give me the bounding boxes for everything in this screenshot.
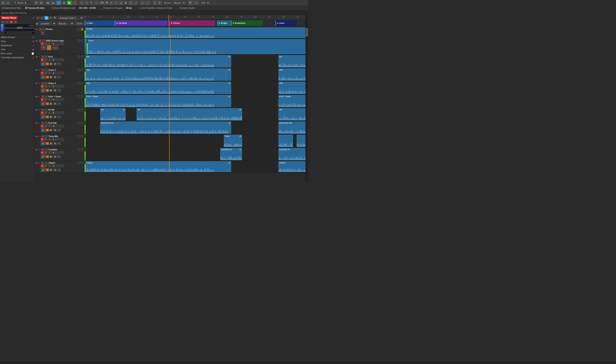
- track-8-s-btn[interactable]: S: [45, 135, 48, 138]
- track-6-type-icon[interactable]: 🔊: [41, 114, 45, 119]
- track-9-rec-btn[interactable]: [77, 148, 80, 151]
- chain-icon-1[interactable]: ⊞: [36, 16, 40, 20]
- tool-pan[interactable]: ↔: [114, 1, 118, 5]
- track-3-rec-btn[interactable]: [77, 68, 80, 71]
- section-block-2-1st-Verse[interactable]: 2: 1st Verse: [115, 20, 168, 26]
- track-7-ctrl-btn-1[interactable]: W: [44, 125, 48, 128]
- track-6-expand[interactable]: ▶: [36, 109, 38, 111]
- track-8-ctrl-btn-0[interactable]: R: [41, 138, 44, 141]
- track-4-rec-btn[interactable]: [77, 82, 80, 85]
- track-9-clips[interactable]: Cymbals-01🔒Cymbals-01: [86, 148, 306, 161]
- transport-stop-btn[interactable]: ■: [62, 1, 66, 5]
- track-5-expand[interactable]: ▶: [36, 95, 38, 98]
- track-5-color-box[interactable]: [46, 102, 49, 105]
- track-2-rec-btn[interactable]: [77, 55, 80, 58]
- track-6-ctrl-btn-5[interactable]: ←: [60, 111, 64, 114]
- track-7-ctrl-btn-2[interactable]: E: [48, 125, 51, 128]
- track-9-ctrl-btn-1[interactable]: W: [44, 151, 48, 154]
- track-5-m-btn[interactable]: M: [41, 95, 44, 98]
- clip-8-0[interactable]: Toms🔒: [224, 135, 242, 147]
- clip-7-1[interactable]: Electronic HH: [279, 121, 306, 134]
- track-8-ctrl-btn-5[interactable]: ←: [60, 138, 64, 141]
- tool-zoom-out[interactable]: -🔍: [104, 1, 108, 5]
- chain-search[interactable]: 🔍: [53, 16, 57, 20]
- tool-zoom-in[interactable]: +🔍: [99, 1, 103, 5]
- track-7-ctrl-btn-3[interactable]: ◆: [52, 125, 55, 128]
- transport-forward-btn[interactable]: ⏭: [51, 1, 56, 5]
- track-7-rec-btn[interactable]: [77, 121, 80, 124]
- track-2-expand[interactable]: ▶: [36, 56, 38, 58]
- track-2-loop-btn[interactable]: ∞: [58, 63, 61, 65]
- localiser-select[interactable]: Localiser-: [39, 22, 56, 26]
- panel-strip[interactable]: Strip ⊕: [0, 39, 35, 43]
- tool-paint[interactable]: ▰: [124, 1, 128, 5]
- chain-icon-3[interactable]: IRi: [44, 16, 48, 20]
- track-4-ctrl-btn-3[interactable]: ◆: [52, 85, 55, 88]
- transport-play-btn[interactable]: ▶: [67, 1, 72, 5]
- track-8-color-box[interactable]: [46, 142, 49, 145]
- track-10-grid-btn[interactable]: ▦: [53, 169, 57, 171]
- track-8-m-btn[interactable]: M: [41, 135, 44, 138]
- clip-10-0[interactable]: Claps1🔒: [86, 161, 231, 172]
- track-5-ctrl-btn-0[interactable]: R: [41, 98, 44, 101]
- track-9-ctrl-btn-2[interactable]: E: [48, 151, 51, 154]
- track-10-ctrl-btn-3[interactable]: ◆: [52, 165, 55, 167]
- track-3-color-box[interactable]: [46, 76, 49, 78]
- track-7-color-box[interactable]: [46, 129, 49, 131]
- track-6-grid-btn[interactable]: ▦: [53, 116, 57, 118]
- track-6-mon-btn[interactable]: [81, 108, 84, 111]
- vscroll-main[interactable]: [306, 27, 308, 182]
- track-7-m-btn[interactable]: M: [41, 122, 44, 124]
- track-9-color-box[interactable]: [46, 155, 49, 158]
- track-4-expand[interactable]: ▶: [36, 82, 38, 84]
- clip-1-0[interactable]: Toms: [88, 39, 306, 54]
- section-block-1-Intro[interactable]: 1: Intro: [84, 20, 115, 26]
- track-0-rec-btn[interactable]: [77, 27, 80, 31]
- tool-select2[interactable]: ▭: [84, 1, 89, 5]
- track-0-lock[interactable]: 🔒: [80, 27, 84, 31]
- track-7-ctrl-btn-5[interactable]: ←: [60, 125, 64, 128]
- track-3-ctrl-btn-3[interactable]: ◆: [52, 72, 55, 74]
- quantize-select[interactable]: 1/16: [199, 1, 210, 5]
- track-6-ctrl-btn-3[interactable]: ◆: [52, 111, 55, 114]
- track-8-rec-btn[interactable]: [77, 135, 80, 138]
- track-4-s-btn[interactable]: S: [45, 82, 48, 85]
- chain-icon-2[interactable]: ⊟: [40, 16, 44, 20]
- master-buss-options[interactable]: ⊙: [32, 17, 34, 19]
- track-2-grid-btn[interactable]: ▦: [53, 63, 57, 65]
- track-10-expand[interactable]: ▶: [36, 162, 38, 164]
- track-6-ctrl-btn-2[interactable]: E: [48, 111, 51, 114]
- fader-handle[interactable]: [17, 27, 22, 29]
- toolbar-arrange-btn[interactable]: ⊞: [34, 1, 38, 5]
- track-5-grid-btn[interactable]: ▦: [53, 102, 57, 105]
- track-9-s-btn[interactable]: S: [45, 148, 48, 151]
- track-10-type-icon[interactable]: 🔊: [41, 168, 45, 172]
- track-8-loop-btn[interactable]: ∞: [58, 142, 61, 145]
- track-10-ctrl-btn-1[interactable]: W: [44, 165, 48, 167]
- track-6-rec-btn[interactable]: [77, 108, 80, 111]
- track-1-ctrl-btn-1[interactable]: E: [48, 42, 51, 45]
- track-5-ctrl-btn-2[interactable]: E: [48, 98, 51, 101]
- track-5-ctrl-btn-4[interactable]: →: [56, 98, 60, 101]
- track-9-mon-btn[interactable]: [81, 148, 84, 151]
- track-9-ctrl-btn-0[interactable]: R: [41, 151, 44, 154]
- transport-loop-btn[interactable]: ⟳: [56, 1, 61, 5]
- track-10-ctrl-btn-2[interactable]: E: [48, 165, 51, 167]
- track-1-mon-btn[interactable]: [81, 39, 84, 42]
- track-6-ctrl-btn-1[interactable]: W: [44, 111, 48, 114]
- track-1-expand[interactable]: ▶: [36, 39, 38, 42]
- transport-rewind-btn[interactable]: ⏮: [46, 1, 50, 5]
- clip-6-0[interactable]: HH🔒: [100, 108, 126, 120]
- wave-btn[interactable]: 〜: [194, 1, 198, 5]
- panel-insert-effects[interactable]: Effets d'Insert ⊕: [0, 35, 35, 39]
- track-7-loop-btn[interactable]: ∞: [58, 129, 61, 131]
- track-6-s-btn[interactable]: S: [45, 108, 48, 111]
- track-9-ctrl-btn-3[interactable]: ◆: [52, 151, 55, 154]
- master-s-btn[interactable]: S: [5, 21, 9, 24]
- tool-line[interactable]: ⎯: [146, 1, 150, 5]
- clip-6-1[interactable]: HH🔒: [136, 108, 242, 120]
- track-10-mon-btn[interactable]: [81, 161, 84, 164]
- track-3-grid-btn[interactable]: ▦: [53, 76, 57, 78]
- track-3-s-btn[interactable]: S: [45, 69, 48, 71]
- track-2-mon-btn[interactable]: [81, 55, 84, 58]
